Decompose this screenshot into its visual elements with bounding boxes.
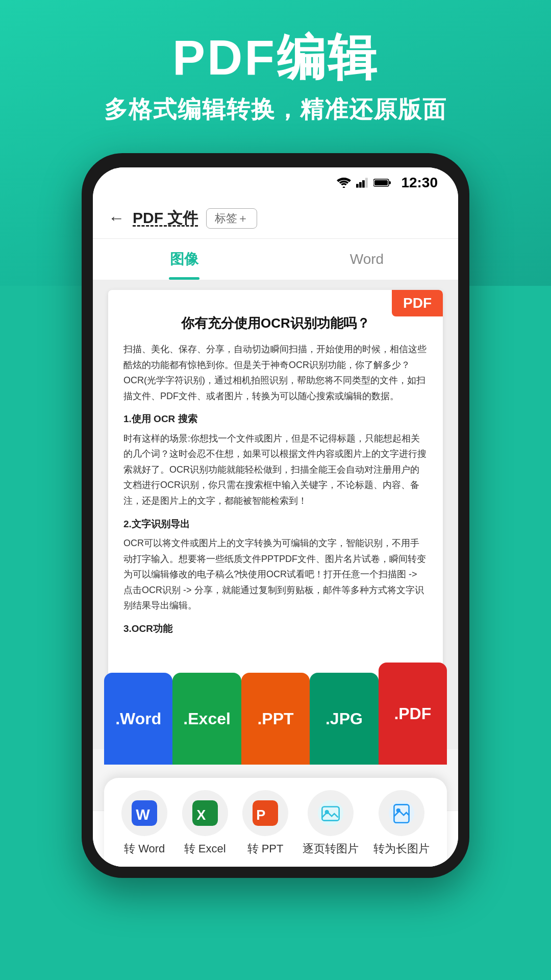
format-word-label: .Word (115, 709, 161, 728)
status-icons: 12:30 (337, 175, 438, 191)
svg-text:P: P (256, 807, 265, 823)
tab-image[interactable]: 图像 (93, 239, 276, 280)
phone-frame: 12:30 ← PDF 文件 标签＋ 图像 Word PDF 你有充分使用OCR… (82, 153, 469, 878)
nav-title: PDF 文件 (133, 208, 198, 229)
bottom-sheet: W 转 Word X 转 Excel (104, 778, 447, 867)
svg-rect-6 (389, 181, 391, 184)
phone-screen: 12:30 ← PDF 文件 标签＋ 图像 Word PDF 你有充分使用OCR… (93, 167, 458, 867)
back-button[interactable]: ← (108, 209, 124, 228)
word-icon: W (132, 800, 157, 826)
tab-image-label: 图像 (170, 250, 198, 269)
format-word-card[interactable]: .Word (104, 673, 172, 765)
page-subtitle: 多格式编辑转换，精准还原版面 (0, 94, 551, 126)
action-long-image-label: 转为长图片 (373, 841, 430, 856)
action-excel[interactable]: X 转 Excel (182, 790, 228, 856)
svg-text:W: W (136, 806, 151, 823)
doc-section-3: 3.OCR功能 (123, 621, 428, 637)
format-jpg-label: .JPG (325, 709, 363, 728)
format-cards: .Word .Excel .PPT .JPG .PDF (104, 663, 447, 765)
action-long-image[interactable]: 转为长图片 (373, 790, 430, 856)
format-excel-label: .Excel (183, 709, 231, 728)
doc-section-1: 1.使用 OCR 搜索 时有这样的场景:你想找一个文件或图片，但是不记得标题，只… (123, 411, 428, 508)
action-page-image-circle (308, 790, 354, 836)
svg-rect-1 (356, 184, 359, 187)
doc-section-2-body: OCR可以将文件或图片上的文字转换为可编辑的文字，智能识别，不用手动打字输入。想… (123, 535, 428, 614)
svg-rect-2 (359, 182, 362, 188)
doc-section-2-title: 2.文字识别导出 (123, 516, 428, 532)
action-long-image-circle (379, 790, 424, 836)
nav-bar: ← PDF 文件 标签＋ (93, 198, 458, 239)
action-ppt-icon-circle: P (242, 790, 288, 836)
excel-icon: X (192, 800, 218, 826)
action-ppt[interactable]: P 转 PPT (242, 790, 288, 856)
tab-word-label: Word (350, 251, 384, 267)
status-bar: 12:30 (93, 167, 458, 198)
svg-text:X: X (196, 807, 206, 823)
long-image-icon (389, 800, 414, 826)
action-excel-label: 转 Excel (184, 841, 226, 856)
doc-heading: 你有充分使用OCR识别功能吗？ (123, 314, 428, 332)
svg-rect-3 (362, 180, 365, 187)
pdf-badge: PDF (392, 290, 443, 316)
action-icons-row: W 转 Word X 转 Excel (114, 790, 437, 856)
doc-section-3-title: 3.OCR功能 (123, 621, 428, 637)
doc-body: 扫描、美化、保存、分享，自动切边瞬间扫描，开始使用的时候，相信这些酷炫的功能都有… (123, 341, 428, 637)
nav-tag[interactable]: 标签＋ (206, 208, 257, 229)
ppt-icon: P (253, 800, 278, 826)
tab-bar: 图像 Word (93, 239, 458, 280)
svg-rect-4 (365, 178, 368, 187)
page-title: PDF编辑 (0, 31, 551, 85)
page-image-icon (318, 800, 343, 826)
tab-word[interactable]: Word (276, 239, 458, 280)
action-word[interactable]: W 转 Word (121, 790, 167, 856)
wifi-icon (337, 178, 351, 188)
signal-icon (356, 178, 368, 188)
action-word-icon-circle: W (121, 790, 167, 836)
svg-rect-7 (374, 180, 388, 185)
action-ppt-label: 转 PPT (247, 841, 284, 856)
doc-paragraph-1: 扫描、美化、保存、分享，自动切边瞬间扫描，开始使用的时候，相信这些酷炫的功能都有… (123, 341, 428, 404)
action-page-image[interactable]: 逐页转图片 (303, 790, 359, 856)
doc-section-2: 2.文字识别导出 OCR可以将文件或图片上的文字转换为可编辑的文字，智能识别，不… (123, 516, 428, 614)
svg-point-0 (343, 187, 345, 188)
action-page-image-label: 逐页转图片 (303, 841, 359, 856)
battery-icon (373, 178, 392, 187)
doc-section-1-title: 1.使用 OCR 搜索 (123, 411, 428, 427)
format-pdf-label: .PDF (394, 704, 431, 723)
status-time: 12:30 (401, 175, 438, 191)
header-section: PDF编辑 多格式编辑转换，精准还原版面 (0, 31, 551, 126)
format-ppt-card[interactable]: .PPT (241, 673, 310, 765)
doc-section-1-body: 时有这样的场景:你想找一个文件或图片，但是不记得标题，只能想起相关的几个词？这时… (123, 431, 428, 509)
format-excel-card[interactable]: .Excel (172, 673, 241, 765)
format-jpg-card[interactable]: .JPG (310, 673, 378, 765)
format-pdf-card[interactable]: .PDF (379, 663, 447, 765)
action-word-label: 转 Word (124, 841, 165, 856)
action-excel-icon-circle: X (182, 790, 228, 836)
format-ppt-label: .PPT (257, 709, 293, 728)
